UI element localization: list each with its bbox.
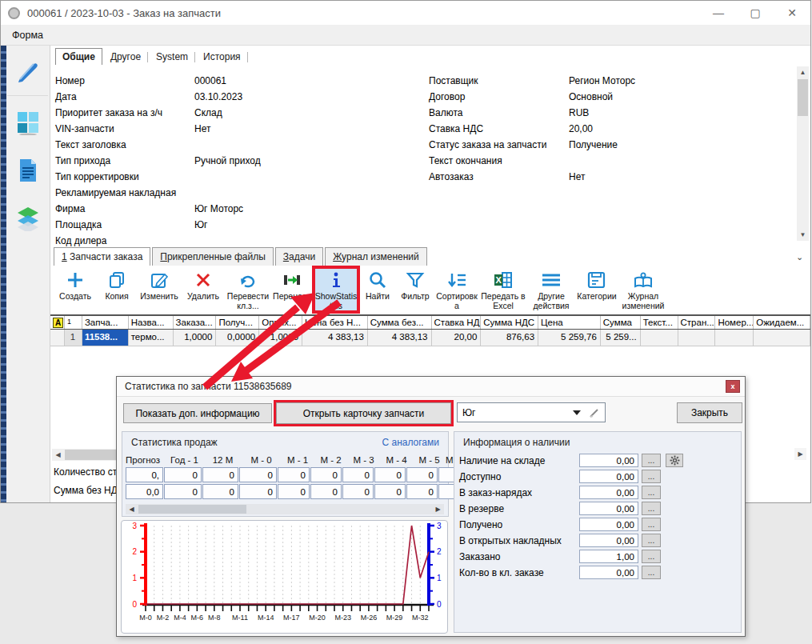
column-header[interactable]: Сумма НДС [481,316,538,329]
open-part-card-button[interactable]: Открыть карточку запчасти [276,402,451,424]
bottom-tab-1[interactable]: 1 Запчасти заказа [54,247,150,266]
cell-5[interactable]: 0,0000 [216,330,259,346]
more-button[interactable]: ... [642,470,661,483]
column-header[interactable]: Получ... [216,316,259,329]
scroll-left-icon[interactable]: ◀ [52,449,64,461]
bottom-tab-3[interactable]: Задачи [275,247,323,266]
найти-button[interactable]: Найти [361,268,394,311]
cell-8[interactable]: 4 383,13 [368,330,432,346]
column-header[interactable]: 1 [65,316,82,329]
column-header[interactable]: Цена без Н... [302,316,368,329]
close-button[interactable]: ✕ [774,1,810,25]
close-dialog-button[interactable]: Закрыть [677,402,742,423]
tiles-icon[interactable] [15,110,41,135]
cell-0[interactable] [50,330,65,346]
column-header[interactable]: Сумма без... [368,316,432,329]
перевести-кл-з--button[interactable]: Перевести кл.з... [226,268,270,311]
scroll-right-icon[interactable]: ▶ [433,504,443,514]
showstatistics-button[interactable]: ShowStatistics [314,268,358,311]
scroll-up-icon[interactable]: ▲ [797,66,809,78]
warehouse-combobox[interactable]: Юг [457,402,606,422]
column-header[interactable]: Сумма [601,316,641,329]
maximize-button[interactable]: ▢ [737,1,774,25]
availability-value-field[interactable]: 0,00 [579,470,638,483]
column-header[interactable]: Ставка НДС [432,316,482,329]
журнал-изменений-button[interactable]: Журнал изменений [620,268,666,311]
column-header[interactable]: Ожидаем... [754,316,810,329]
more-button[interactable]: ... [642,454,661,467]
tab-1[interactable]: Общие [55,48,102,65]
cell-14[interactable] [678,330,716,346]
сортировка-button[interactable]: Сортировка [436,268,478,311]
more-button[interactable]: ... [642,486,661,499]
form-vertical-scrollbar[interactable]: ▲ ▼ [797,66,809,241]
column-header[interactable]: Цена [538,316,601,329]
передать-в-excel-button[interactable]: XПередать в Excel [481,268,526,311]
more-button[interactable]: ... [642,534,661,547]
cell-3[interactable]: термо... [129,330,174,346]
column-header[interactable]: Назва... [129,316,174,329]
chevron-down-icon[interactable]: ⌄ [796,252,803,262]
scroll-left-icon[interactable]: ◀ [126,504,137,514]
cell-12[interactable]: 5 259... [601,330,641,346]
pen-icon[interactable] [15,58,41,84]
dropdown-arrow-icon[interactable] [573,410,581,415]
копия-button[interactable]: Копия [98,268,135,311]
availability-value-field[interactable]: 0,00 [579,502,638,515]
dialog-close-icon[interactable]: x [726,380,740,393]
scroll-down-icon[interactable]: ▼ [797,229,809,241]
menu-forma[interactable]: Форма [1,30,54,41]
availability-value-field[interactable]: 0,00 [579,566,638,579]
cell-10[interactable]: 876,63 [481,330,538,346]
with-analogs-link[interactable]: С аналогами [382,437,439,448]
cell-1[interactable]: 1 [65,330,82,346]
cell-9[interactable]: 20,00 [432,330,482,346]
pencil-icon[interactable] [589,407,600,418]
фильтр-button[interactable]: Фильтр [398,268,433,311]
категории-button[interactable]: Категории [577,268,617,311]
gear-icon[interactable] [666,454,683,467]
column-header[interactable]: Стран... [678,316,716,329]
more-button[interactable]: ... [642,550,661,563]
tab-4[interactable]: История [196,48,248,65]
изменить-button[interactable]: Изменить [138,268,180,311]
удалить-button[interactable]: Удалить [183,268,223,311]
cell-6[interactable]: 1,0000 [259,330,302,346]
cell-13[interactable] [641,330,678,346]
column-header[interactable]: Оприх... [259,316,302,329]
cell-15[interactable] [715,330,754,346]
availability-value-field[interactable]: 0,00 [579,486,638,499]
column-header[interactable]: Текст... [641,316,678,329]
перенес--button[interactable]: Перенес... [273,268,311,311]
column-header[interactable]: Заказа... [174,316,217,329]
bottom-tab-4[interactable]: Журнал изменений [325,247,427,266]
column-header[interactable]: A [50,316,65,329]
другие-действия-button[interactable]: Другие действия [529,268,574,311]
availability-value-field[interactable]: 0,00 [579,534,638,547]
tab-2[interactable]: Другое [103,48,148,65]
cell-11[interactable]: 5 259,76 [538,330,601,346]
availability-value-field[interactable]: 0,00 [579,454,638,467]
column-header[interactable]: Номер... [715,316,754,329]
stats-horizontal-scrollbar[interactable]: ◀ ▶ [126,504,444,514]
создать-button[interactable]: Создать [55,268,95,311]
cell-4[interactable]: 1,0000 [174,330,217,346]
more-button[interactable]: ... [642,566,661,579]
document-icon[interactable] [15,158,41,183]
availability-value-field[interactable]: 0,00 [579,518,638,531]
scroll-right-icon[interactable]: ▶ [794,448,806,460]
bottom-tab-2[interactable]: Прикрепленные файлы [152,247,274,266]
show-extra-info-button[interactable]: Показать доп. информацию [123,403,272,423]
tab-3[interactable]: System [149,48,195,65]
more-button[interactable]: ... [642,518,661,531]
more-button[interactable]: ... [642,502,661,515]
cell-7[interactable]: 4 383,13 [302,330,368,346]
availability-value-field[interactable]: 1,00 [579,550,638,563]
cell-16[interactable] [754,330,810,346]
column-header[interactable]: Запча... [82,316,129,329]
layers-icon[interactable] [15,206,41,231]
cell-2[interactable]: 11538... [82,330,129,346]
scroll-thumb[interactable] [798,79,808,116]
table-row[interactable]: 111538...термо...1,00000,00001,00004 383… [50,330,810,346]
minimize-button[interactable]: — [700,1,737,25]
